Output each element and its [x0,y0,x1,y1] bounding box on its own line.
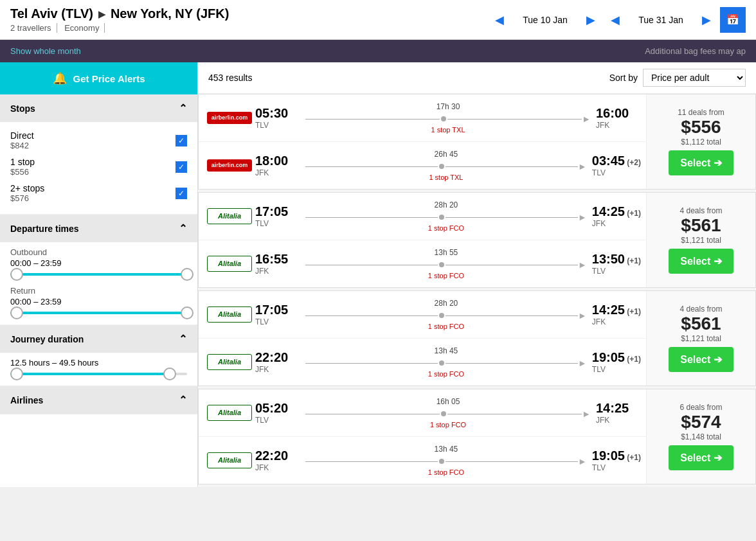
outbound-slider-thumb-right[interactable] [181,268,194,281]
arrival-airport: JFK [596,121,641,130]
select-button[interactable]: Select ➔ [669,150,734,175]
one-stop-checkbox[interactable]: ✓ [176,161,187,173]
arrow-icon: ► [578,212,587,222]
stops-filter-header[interactable]: Stops ⌃ [0,94,197,122]
arrival-airport: TLV [592,463,641,472]
sort-by-control: Sort by Price per adult [609,69,746,87]
flight-group: Alitalia17:05TLV 28h 20 ► 1 stop FCO 14:… [198,192,756,288]
outbound-departure-range: 00:00 – 23:59 [10,258,187,268]
stop-dot-icon [439,164,444,169]
line-segment-left [305,265,438,265]
return-date-label: Tue 31 Jan [629,15,693,25]
journey-slider-thumb-left[interactable] [10,368,23,380]
direct-checkbox[interactable]: ✓ [176,135,187,146]
stops-filter-title: Stops [10,103,35,114]
outbound-slider-track[interactable] [10,273,187,276]
departure-filter-section: Departure times ⌃ Outbound 00:00 – 23:59… [0,215,197,325]
stop-label: 1 stop FCO [305,224,587,232]
arrow-icon: ► [578,161,587,172]
results-count: 453 results [208,73,252,83]
flight-groups-container: airberlin.com05:30TLV 17h 30 ► 1 stop TX… [198,94,756,484]
airline-logo: airberlin.com [204,159,255,172]
return-slider-thumb-right[interactable] [181,306,194,319]
price-alert-button[interactable]: 🔔 Get Price Alerts [0,62,197,94]
arrival-airport: JFK [592,317,641,326]
flight-group-inner: Alitalia05:20TLV 16h 05 ► 1 stop FCO 14:… [199,389,755,484]
outbound-slider-thumb-left[interactable] [10,268,23,281]
line-segment-right [446,315,578,316]
return-departure-label: Return [10,286,187,296]
show-whole-month-link[interactable]: Show whole month [10,46,81,56]
return-slider-thumb-left[interactable] [10,306,23,319]
arrow-icon: ► [582,409,591,419]
arrow-icon: ► [578,358,587,368]
journey-slider-track[interactable] [10,373,187,375]
flight-group-inner: airberlin.com05:30TLV 17h 30 ► 1 stop TX… [199,94,755,189]
flight-row: Alitalia17:05TLV 28h 20 ► 1 stop FCO 14:… [199,193,646,240]
departure-airport: TLV [255,219,300,228]
arrival-airport: JFK [596,416,641,425]
flight-row: Alitalia22:20JFK 13h 45 ► 1 stop FCO 19:… [199,437,646,484]
journey-slider-thumb-right[interactable] [163,368,176,380]
outbound-next-btn[interactable]: ▶ [581,10,600,30]
duration-line: ► [305,212,587,222]
duration-line: ► [305,456,587,466]
return-slider-track[interactable] [10,312,187,314]
departure-filter-header[interactable]: Departure times ⌃ [0,215,197,242]
duration-line: ► [305,161,587,172]
stop-dot-icon [439,360,444,366]
airlines-filter-header[interactable]: Airlines ⌃ [0,386,197,414]
line-segment-left [305,119,440,120]
sort-select[interactable]: Price per adult [643,69,746,87]
origin-label: Tel Aviv (TLV) [10,6,93,21]
price: $561 [681,215,721,236]
stop-dot-icon [441,116,446,121]
duration-col: 13h 45 ► 1 stop FCO [300,445,592,476]
stop-dot-icon [439,459,444,464]
flight-row: Alitalia22:20JFK 13h 45 ► 1 stop FCO 19:… [199,339,646,386]
flight-group-inner: Alitalia17:05TLV 28h 20 ► 1 stop FCO 14:… [199,291,755,386]
calendar-btn[interactable]: 📅 [720,7,746,33]
price: $556 [681,117,721,137]
stop-dot-icon [441,411,446,416]
return-prev-btn[interactable]: ◀ [606,10,625,30]
airline-logo-box: Alitalia [207,256,252,271]
two-plus-stops-checkbox[interactable]: ✓ [176,188,187,199]
flight-times: 22:20JFK 13h 45 ► 1 stop FCO 19:05 (+1)T… [255,346,641,378]
return-departure-range: 00:00 – 23:59 [10,297,187,306]
plus-days: (+1) [625,307,641,316]
stop-label: 1 stop FCO [305,272,587,279]
line-segment-right [446,461,578,462]
duration-text: 16h 05 [305,397,591,406]
arrival-time: 16:00 [596,106,641,121]
journey-filter-header[interactable]: Journey duration ⌃ [0,325,197,353]
plus-days: (+1) [625,256,641,265]
duration-text: 26h 45 [305,150,587,159]
airline-logo-box: airberlin.com [207,112,252,125]
select-button[interactable]: Select ➔ [669,445,734,470]
flight-times: 05:30TLV 17h 30 ► 1 stop TXL 16:00JFK [255,102,641,134]
airline-logo-box: Alitalia [207,208,252,224]
stops-collapse-icon: ⌃ [179,102,187,114]
select-panel: 4 deals from $561 $1,121 total Select ➔ [646,193,755,287]
departure-airport: JFK [255,168,300,177]
departure-airport: TLV [255,317,300,326]
select-button[interactable]: Select ➔ [669,249,734,274]
airline-logo: Alitalia [204,256,255,271]
flight-times: 17:05TLV 28h 20 ► 1 stop FCO 14:25 (+1)J… [255,200,641,232]
arrival-airport: JFK [592,219,641,228]
select-button[interactable]: Select ➔ [669,347,734,372]
departure-airport: TLV [255,121,300,130]
main-content: 🔔 Get Price Alerts Stops ⌃ Direct $842 ✓ [0,62,756,487]
arrival-airport: TLV [592,267,641,276]
plus-days: (+1) [625,355,641,364]
departure-time: 22:20 [255,350,300,365]
arrival-time: 13:50 (+1) [592,252,641,267]
departure-filter-body: Outbound 00:00 – 23:59 Return 00:00 – 23… [0,242,197,324]
outbound-prev-btn[interactable]: ◀ [490,10,509,30]
results-header: 453 results Sort by Price per adult [198,62,756,94]
duration-text: 17h 30 [305,102,591,111]
return-next-btn[interactable]: ▶ [697,10,716,30]
outbound-departure-label: Outbound [10,247,187,257]
flight-group: Alitalia17:05TLV 28h 20 ► 1 stop FCO 14:… [198,290,756,386]
